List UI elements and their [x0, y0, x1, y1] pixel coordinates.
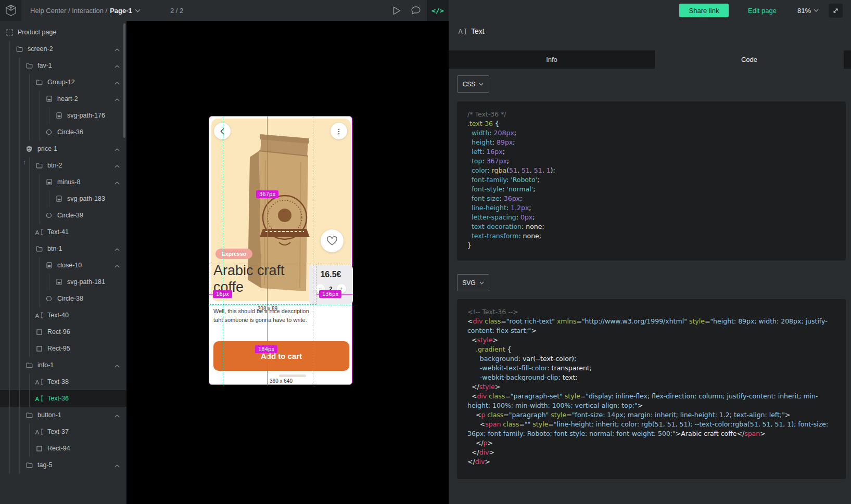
- rect-layer-icon: [35, 329, 43, 335]
- share-link-button[interactable]: Share link: [679, 4, 729, 17]
- collapse-chevron-icon[interactable]: [115, 44, 120, 54]
- indent-guide: [35, 207, 45, 224]
- back-button[interactable]: [214, 123, 231, 139]
- layer-row-product-page[interactable]: Product page: [0, 24, 126, 41]
- collapse-chevron-icon[interactable]: [115, 144, 120, 153]
- indent-guide: [5, 457, 15, 473]
- layer-row-button-1[interactable]: button-1: [0, 407, 126, 423]
- play-button[interactable]: [389, 0, 404, 21]
- indent-guide: [5, 140, 15, 157]
- edit-page-link[interactable]: Edit page: [748, 0, 777, 21]
- indent-guide: [5, 157, 15, 174]
- tab-info[interactable]: Info: [449, 50, 655, 69]
- layer-row-svg-path-183[interactable]: svg-path-183: [0, 190, 126, 207]
- sidebar-scrollbar[interactable]: [123, 23, 125, 138]
- svg-code-block[interactable]: <!-- Text-36 --><div class="root rich-te…: [457, 299, 846, 479]
- product-tag[interactable]: Expresso: [215, 249, 252, 259]
- layer-row-text-36[interactable]: AText-36: [0, 390, 126, 407]
- collapse-chevron-icon[interactable]: [115, 410, 120, 420]
- svgfile-layer-icon: [55, 196, 63, 202]
- layer-row-minus-8[interactable]: minus-8: [0, 174, 126, 190]
- layer-row-close-10[interactable]: close-10: [0, 257, 126, 274]
- folder-layer-icon: [15, 46, 23, 52]
- indent-guide: [25, 340, 35, 357]
- tab-bar: Info Code: [449, 50, 851, 69]
- indent-guide: [25, 274, 35, 290]
- indent-guide: [25, 324, 35, 340]
- layer-label: Text-38: [47, 378, 69, 385]
- comments-button[interactable]: [409, 0, 423, 21]
- css-language-select[interactable]: CSS: [457, 75, 489, 93]
- layer-row-svg-path-176[interactable]: svg-path-176: [0, 107, 126, 124]
- breadcrumb[interactable]: Help Center / Interaction / Page-1: [30, 0, 141, 21]
- layer-label: fav-1: [37, 62, 52, 69]
- layer-row-rect-94[interactable]: Rect-94: [0, 440, 126, 457]
- layer-row-tag-5[interactable]: tag-5: [0, 457, 126, 473]
- selection-size-label: 208 x 89: [247, 306, 288, 312]
- mockup-frame[interactable]: ⋮ Expresso Arabic craft coffe 16.5€ − 2 …: [209, 116, 352, 385]
- collapse-chevron-icon[interactable]: [115, 261, 120, 270]
- measurement-right: 136px: [319, 290, 341, 298]
- collapse-chevron-icon[interactable]: [115, 244, 120, 253]
- text-layer-icon: A: [35, 312, 43, 318]
- more-menu-button[interactable]: ⋮: [331, 123, 347, 139]
- indent-guide: [5, 224, 15, 240]
- collapse-chevron-icon[interactable]: [115, 360, 120, 370]
- layer-label: close-10: [57, 262, 82, 269]
- indent-guide: [15, 373, 25, 390]
- layer-row-text-38[interactable]: AText-38: [0, 373, 126, 390]
- teal-guide-vertical-left: [223, 116, 223, 385]
- indent-guide: [25, 124, 35, 140]
- layer-row-rect-95[interactable]: Rect-95: [0, 340, 126, 357]
- layer-row-text-37[interactable]: AText-37: [0, 423, 126, 440]
- code-line: <div class="root rich-text" xmlns="http:…: [467, 317, 835, 335]
- layer-row-btn-2[interactable]: btn-2: [0, 157, 126, 174]
- layer-row-price-1[interactable]: price-1: [0, 140, 126, 157]
- layer-label: svg-path-181: [67, 278, 105, 286]
- layer-row-btn-1[interactable]: btn-1: [0, 240, 126, 257]
- layer-row-text-41[interactable]: AText-41: [0, 224, 126, 240]
- rect-layer-icon: [35, 346, 43, 352]
- layer-row-fav-1[interactable]: fav-1: [0, 57, 126, 74]
- code-view-button[interactable]: </>: [427, 0, 449, 21]
- css-select-value: CSS: [463, 81, 476, 88]
- layer-row-circle-38[interactable]: Circle-38: [0, 290, 126, 307]
- collapse-chevron-icon[interactable]: [115, 177, 120, 187]
- expand-icon: [832, 7, 839, 14]
- app-logo[interactable]: [0, 0, 21, 21]
- layer-row-rect-96[interactable]: Rect-96: [0, 324, 126, 340]
- design-canvas[interactable]: ⋮ Expresso Arabic craft coffe 16.5€ − 2 …: [126, 21, 449, 504]
- collapse-chevron-icon[interactable]: [115, 61, 120, 70]
- layer-row-circle-39[interactable]: Circle-39: [0, 207, 126, 224]
- zoom-level-dropdown[interactable]: 81%: [797, 0, 819, 21]
- chevron-down-icon: [814, 9, 819, 12]
- fullscreen-button[interactable]: [829, 4, 843, 18]
- layer-row-svg-path-181[interactable]: svg-path-181: [0, 274, 126, 290]
- tab-code[interactable]: Code: [655, 50, 844, 69]
- code-line: letter-spacing: 0px;: [467, 213, 835, 222]
- text-layer-icon: A: [35, 229, 43, 235]
- text-layer-icon: A: [459, 28, 467, 35]
- layer-row-circle-36[interactable]: Circle-36: [0, 124, 126, 140]
- layer-row-heart-2[interactable]: heart-2: [0, 91, 126, 107]
- chevron-down-icon: [479, 281, 484, 285]
- breadcrumb-current-page[interactable]: Page-1: [110, 7, 132, 15]
- layer-row-text-40[interactable]: AText-40: [0, 307, 126, 324]
- indent-guide: [45, 274, 55, 290]
- favorite-button[interactable]: [321, 229, 344, 252]
- home-indicator: [279, 374, 306, 377]
- collapse-chevron-icon[interactable]: [115, 77, 120, 87]
- collapse-chevron-icon[interactable]: [115, 460, 120, 470]
- share-link-label: Share link: [689, 7, 719, 15]
- layer-row-screen-2[interactable]: screen-2: [0, 41, 126, 57]
- add-to-cart-button[interactable]: Add to cart: [213, 341, 349, 371]
- svg-text:A: A: [35, 229, 40, 236]
- layer-label: svg-path-176: [67, 112, 105, 119]
- svg-language-select[interactable]: SVG: [457, 274, 489, 291]
- layer-row-group-12[interactable]: Group-12: [0, 74, 126, 91]
- css-code-block[interactable]: /* Text-36 */.text-36 { width: 208px; he…: [457, 101, 846, 261]
- collapse-chevron-icon[interactable]: [115, 94, 120, 104]
- collapse-chevron-icon[interactable]: [115, 161, 120, 170]
- indent-guide: [15, 357, 25, 373]
- layer-row-info-1[interactable]: info-1: [0, 357, 126, 373]
